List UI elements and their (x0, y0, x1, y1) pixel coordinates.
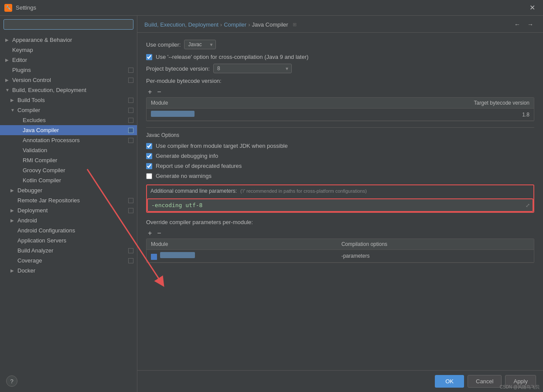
sidebar-item-android-configs[interactable]: Android Configurations (0, 225, 137, 235)
dialog-content: ▶ Appearance & Behavior Keymap ▶ Editor (0, 16, 543, 392)
cmd-section: Additional command line parameters: ('/'… (146, 184, 534, 213)
per-module-table-wrapper: Module Target bytecode version 1.8 (146, 97, 534, 121)
compiler-select[interactable]: Javac Eclipse Ajc (184, 40, 216, 49)
nav-forward-button[interactable]: → (525, 20, 536, 29)
title-bar: 🔧 Settings ✕ (0, 0, 543, 16)
help-button[interactable]: ? (6, 375, 17, 387)
bytecode-select[interactable]: 8 9 11 17 (213, 64, 292, 73)
target-col-header: Target bytecode version (320, 98, 534, 109)
sidebar-item-appearance[interactable]: ▶ Appearance & Behavior (0, 35, 137, 45)
override-label: Override compiler parameters per-module: (146, 219, 253, 225)
override-options-cell: -parameters (337, 250, 534, 262)
cmd-hint: ('/' recommended in paths for cross-plat… (240, 188, 367, 194)
sidebar-item-docker[interactable]: ▶ Docker (0, 266, 137, 276)
module-col-header: Module (147, 98, 320, 109)
panel-header: Build, Execution, Deployment › Compiler … (137, 16, 543, 33)
sidebar-item-rmi-compiler[interactable]: RMI Compiler (0, 155, 137, 165)
main-panel: Build, Execution, Deployment › Compiler … (137, 16, 543, 392)
override-label-row: Override compiler parameters per-module: (146, 219, 534, 225)
cmd-highlight-box: Additional command line parameters: ('/'… (146, 184, 534, 213)
option3-label: Report use of deprecated features (156, 163, 242, 169)
sidebar-item-java-compiler[interactable]: Java Compiler (0, 125, 137, 135)
breadcrumb-sep1: › (220, 21, 222, 28)
per-module-table-toolbar: + − (146, 89, 534, 95)
sidebar-item-coverage[interactable]: Coverage (0, 256, 137, 266)
breadcrumb-pin: ⊞ (293, 22, 297, 27)
cmd-expand-button[interactable]: ⤢ (523, 201, 533, 210)
sidebar-item-keymap[interactable]: Keymap (0, 45, 137, 55)
sidebar-item-compiler[interactable]: ▼ Compiler (0, 105, 137, 115)
breadcrumb: Build, Execution, Deployment › Compiler … (144, 21, 297, 28)
sidebar-item-version-control[interactable]: ▶ Version Control (0, 75, 137, 85)
arrow-icon: ▶ (10, 188, 16, 193)
app-icon: 🔧 (4, 4, 12, 12)
override-add-button[interactable]: + (146, 230, 154, 237)
sidebar-item-remote-jar[interactable]: Remote Jar Repositories (0, 195, 137, 205)
override-module-cell (147, 250, 337, 262)
per-module-remove-button[interactable]: − (155, 89, 163, 95)
bytecode-version-row: Project bytecode version: 8 9 11 17 ▼ (146, 64, 534, 73)
override-remove-button[interactable]: − (155, 230, 163, 237)
dialog-footer: OK Cancel Apply (137, 370, 543, 392)
pin-icon (128, 98, 133, 103)
nav-back-button[interactable]: ← (512, 20, 523, 29)
arrow-icon: ▶ (5, 58, 10, 62)
use-compiler-row: Use compiler: Javac Eclipse Ajc ▼ (146, 40, 534, 49)
sidebar-item-application-servers[interactable]: Application Servers (0, 235, 137, 245)
breadcrumb-current: Java Compiler (252, 21, 288, 28)
arrow-icon: ▶ (5, 37, 10, 42)
option2-checkbox[interactable] (146, 153, 152, 159)
bytecode-label: Project bytecode version: (146, 65, 210, 72)
sidebar-item-plugins[interactable]: Plugins (0, 65, 137, 75)
close-button[interactable]: ✕ (526, 2, 539, 14)
ok-button[interactable]: OK (435, 375, 464, 388)
sidebar-item-android[interactable]: ▶ Android (0, 215, 137, 225)
watermark: CSDN @风随鸟飞贝 (500, 384, 540, 390)
module-icon (151, 254, 157, 260)
arrow-icon: ▶ (10, 218, 16, 223)
override-table-toolbar: + − (146, 230, 534, 237)
arrow-icon: ▶ (10, 268, 16, 273)
pin-icon (128, 128, 133, 133)
arrow-icon: ▼ (10, 108, 16, 112)
override-options-col-header: Compilation options (337, 239, 534, 250)
window-title: Settings (16, 4, 526, 11)
option3-checkbox[interactable] (146, 163, 152, 169)
arrow-icon: ▶ (10, 208, 16, 213)
override-module-blurred (160, 252, 195, 258)
sidebar-item-validation[interactable]: Validation (0, 145, 137, 155)
cancel-button[interactable]: Cancel (468, 375, 502, 388)
cmd-header-row: Additional command line parameters: ('/'… (147, 188, 533, 197)
sidebar-item-build-analyzer[interactable]: Build Analyzer (0, 245, 137, 256)
option1-row: Use compiler from module target JDK when… (146, 143, 534, 149)
arrow-icon: ▶ (5, 78, 10, 82)
sidebar-item-groovy-compiler[interactable]: Groovy Compiler (0, 165, 137, 175)
option1-checkbox[interactable] (146, 143, 152, 149)
nav-buttons: ← → (512, 20, 536, 29)
sidebar-item-build-tools[interactable]: ▶ Build Tools (0, 95, 137, 105)
sidebar-item-editor[interactable]: ▶ Editor (0, 55, 137, 65)
arrow-icon: ▼ (5, 88, 10, 92)
search-input[interactable] (3, 19, 133, 30)
module-blurred-value (151, 111, 195, 117)
cmd-input[interactable] (148, 199, 523, 211)
sidebar-item-kotlin-compiler[interactable]: Kotlin Compiler (0, 175, 137, 185)
sidebar-item-debugger[interactable]: ▶ Debugger (0, 185, 137, 195)
per-module-add-button[interactable]: + (146, 89, 154, 95)
sidebar-item-excludes[interactable]: Excludes (0, 115, 137, 125)
sidebar-item-build-execution-deployment[interactable]: ▼ Build, Execution, Deployment (0, 85, 137, 95)
option4-checkbox[interactable] (146, 173, 152, 179)
sidebar-item-annotation-processors[interactable]: Annotation Processors (0, 135, 137, 145)
option2-row: Generate debugging info (146, 153, 534, 159)
sidebar-item-deployment[interactable]: ▶ Deployment (0, 205, 137, 215)
cmd-label: Additional command line parameters: (150, 188, 237, 194)
release-checkbox[interactable] (146, 54, 152, 60)
arrow-icon: ▶ (10, 98, 16, 102)
pin-icon (128, 248, 133, 253)
per-module-row: Per-module bytecode version: (146, 78, 534, 84)
pin-icon (128, 68, 133, 73)
pin-icon (128, 208, 133, 213)
help-button-wrapper: ? (6, 375, 17, 387)
module-cell (147, 109, 320, 121)
settings-sidebar: ▶ Appearance & Behavior Keymap ▶ Editor (0, 16, 137, 392)
